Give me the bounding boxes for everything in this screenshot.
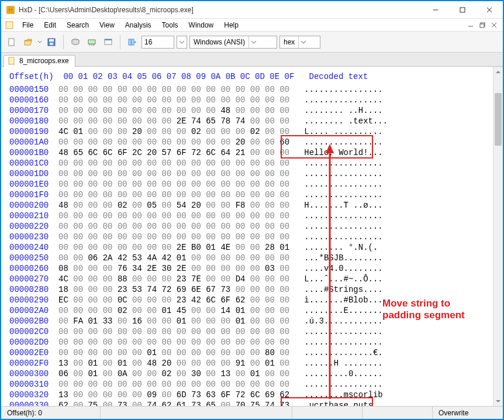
hex-row[interactable]: 00000300 06 00 01 00 0A 00 00 02 00 30 0… <box>9 369 503 379</box>
hex-row[interactable]: 00000270 4C 00 00 00 88 00 00 00 23 7E 0… <box>9 274 503 284</box>
hex-row[interactable]: 00000190 4C 01 00 00 00 20 00 00 00 02 0… <box>9 126 503 137</box>
svg-rect-24 <box>129 39 131 45</box>
hex-row[interactable]: 00000150 00 00 00 00 00 00 00 00 00 00 0… <box>9 84 503 95</box>
file-icon <box>8 57 16 65</box>
hex-row[interactable]: 000002B0 00 FA 01 33 00 16 00 00 01 00 0… <box>9 316 503 326</box>
mdi-controls <box>465 20 499 30</box>
vertical-scrollbar[interactable] <box>493 67 503 406</box>
svg-rect-17 <box>88 40 95 44</box>
hex-row[interactable]: 000001C0 00 00 00 00 00 00 00 00 00 00 0… <box>9 158 503 168</box>
hex-row[interactable]: 00000230 00 00 00 00 00 00 00 00 00 00 0… <box>9 232 503 242</box>
hex-row[interactable]: 000001A0 00 00 00 00 00 00 00 00 00 00 0… <box>9 137 503 147</box>
chevron-down-icon[interactable] <box>298 36 308 48</box>
window-title: HxD - [C:\Users\Admin\Desktop\results\8_… <box>19 6 422 14</box>
number-base-value: hex <box>280 38 298 46</box>
save-button[interactable] <box>44 35 58 49</box>
hex-row[interactable]: 000002A0 00 00 00 00 02 00 00 01 45 00 0… <box>9 305 503 316</box>
columns-icon[interactable] <box>125 35 139 49</box>
status-offset: Offset(h): 0 <box>1 407 101 419</box>
app-icon: H <box>6 5 15 15</box>
toolbar: Windows (ANSI) hex <box>1 32 503 53</box>
close-button[interactable] <box>476 1 503 19</box>
svg-rect-25 <box>132 39 134 45</box>
hex-row[interactable]: 000002E0 00 00 00 00 00 00 01 00 00 00 0… <box>9 347 503 358</box>
new-button[interactable] <box>5 35 19 49</box>
hex-row[interactable]: 000001E0 00 00 00 00 00 00 00 00 00 00 0… <box>9 179 503 190</box>
encoding-value: Windows (ANSI) <box>190 38 248 46</box>
menu-analysis[interactable]: Analysis <box>120 20 156 30</box>
bytes-per-row-dropdown-button[interactable] <box>177 36 187 49</box>
menu-search[interactable]: Search <box>62 20 94 30</box>
child-window-icon <box>5 20 14 30</box>
hex-row[interactable]: 000001F0 00 00 00 00 00 00 00 00 00 00 0… <box>9 190 503 200</box>
status-length <box>363 407 433 419</box>
svg-rect-26 <box>9 57 14 64</box>
svg-rect-3 <box>460 8 465 12</box>
hex-row[interactable]: 00000290 EC 00 00 00 0C 00 00 00 23 42 6… <box>9 295 503 305</box>
hex-editor[interactable]: Offset(h) 00 01 02 03 04 05 06 07 08 09 … <box>1 67 503 406</box>
hex-row[interactable]: 00000180 00 00 00 00 00 00 00 00 2E 74 6… <box>9 116 503 126</box>
encoding-combo[interactable]: Windows (ANSI) <box>189 36 277 49</box>
status-mode[interactable]: Overwrite <box>433 407 503 419</box>
file-tab[interactable]: 8_microops.exe <box>4 55 75 67</box>
hex-row[interactable]: 00000240 00 00 00 00 00 00 00 00 2E B0 0… <box>9 242 503 253</box>
number-base-combo[interactable]: hex <box>279 36 320 49</box>
menu-tools[interactable]: Tools <box>157 20 183 30</box>
hex-row[interactable]: 00000160 00 00 00 00 00 00 00 00 00 00 0… <box>9 95 503 105</box>
hex-row[interactable]: 00000210 00 00 00 00 00 00 00 00 00 00 0… <box>9 211 503 221</box>
ram-icon[interactable] <box>85 35 99 49</box>
hex-row[interactable]: 00000330 62 00 75 00 73 00 74 62 61 73 6… <box>9 400 503 406</box>
hex-row[interactable]: 00000310 00 00 00 00 00 00 00 00 00 00 0… <box>9 379 503 390</box>
hex-row[interactable]: 000002D0 00 00 00 00 00 00 00 00 00 00 0… <box>9 337 503 347</box>
process-icon[interactable] <box>101 35 115 49</box>
menu-help[interactable]: Help <box>219 20 243 30</box>
hex-row[interactable]: 00000250 00 00 06 2A 42 53 4A 42 01 00 0… <box>9 253 503 263</box>
svg-rect-9 <box>480 24 484 27</box>
svg-rect-15 <box>50 43 53 45</box>
svg-rect-14 <box>49 39 54 42</box>
scroll-up-button[interactable] <box>493 67 503 77</box>
menu-file[interactable]: File <box>18 20 38 30</box>
mdi-close-button[interactable] <box>489 20 499 30</box>
open-dropdown-icon[interactable] <box>37 37 42 47</box>
statusbar: Offset(h): 0 Overwrite <box>1 406 503 419</box>
svg-rect-6 <box>6 22 13 29</box>
hex-row[interactable]: 00000170 00 00 00 00 00 00 00 00 00 00 0… <box>9 105 503 116</box>
menu-window[interactable]: Window <box>184 20 219 30</box>
hex-row[interactable]: 00000200 48 00 00 00 02 00 05 00 54 20 0… <box>9 200 503 211</box>
mdi-minimize-button[interactable] <box>465 20 476 30</box>
bytes-per-row-input[interactable] <box>141 36 174 49</box>
svg-rect-23 <box>105 39 112 40</box>
svg-rect-12 <box>9 39 14 46</box>
hex-row[interactable]: 00000260 08 00 00 00 76 34 2E 30 2E 00 0… <box>9 263 503 274</box>
menubar: File Edit Search View Analysis Tools Win… <box>1 19 503 32</box>
open-button[interactable] <box>21 35 35 49</box>
hex-row[interactable]: 000001B0 48 65 6C 6C 6F 2C 20 57 6F 72 6… <box>9 147 503 158</box>
svg-text:H: H <box>8 7 12 13</box>
mdi-restore-button[interactable] <box>477 20 488 30</box>
minimize-button[interactable] <box>422 1 449 19</box>
scroll-down-button[interactable] <box>493 396 503 406</box>
tabstrip: 8_microops.exe <box>1 53 503 67</box>
hex-row[interactable]: 00000320 13 00 00 00 00 00 09 00 6D 73 6… <box>9 390 503 400</box>
hex-row[interactable]: 00000280 18 00 00 00 23 53 74 72 69 6E 6… <box>9 284 503 295</box>
scrollbar-track[interactable] <box>493 77 503 396</box>
disk-icon[interactable] <box>68 35 82 49</box>
maximize-button[interactable] <box>449 1 476 19</box>
chevron-down-icon[interactable] <box>248 36 258 48</box>
hex-row[interactable]: 000002C0 00 00 00 00 00 00 00 00 00 00 0… <box>9 326 503 337</box>
hex-row[interactable]: 00000220 00 00 00 00 00 00 00 00 00 00 0… <box>9 221 503 232</box>
hex-header: Offset(h) 00 01 02 03 04 05 06 07 08 09 … <box>9 71 503 82</box>
status-block <box>292 407 363 419</box>
hex-row[interactable]: 000001D0 00 00 00 00 00 00 00 00 00 00 0… <box>9 168 503 179</box>
menu-view[interactable]: View <box>95 20 119 30</box>
titlebar: H HxD - [C:\Users\Admin\Desktop\results\… <box>1 1 503 19</box>
hex-row[interactable]: 000002F0 13 00 01 00 01 00 48 20 00 00 0… <box>9 358 503 369</box>
menu-edit[interactable]: Edit <box>39 20 61 30</box>
scrollbar-thumb[interactable] <box>495 93 502 146</box>
file-tab-label: 8_microops.exe <box>19 57 69 65</box>
